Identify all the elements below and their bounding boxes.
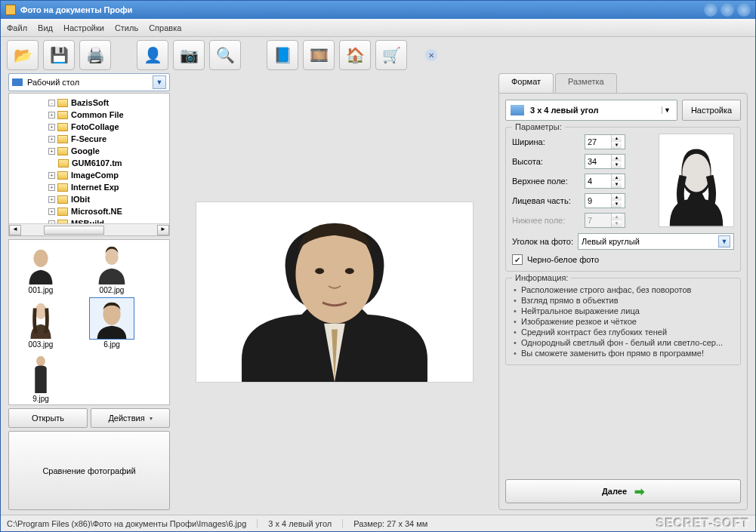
- chevron-down-icon[interactable]: ▼: [153, 75, 166, 89]
- sample-preview: [659, 134, 734, 227]
- panel-close-icon[interactable]: ✕: [425, 49, 437, 61]
- configure-button[interactable]: Настройка: [682, 100, 741, 121]
- tab-format[interactable]: Формат: [498, 73, 554, 93]
- tree-item[interactable]: -BazisSoft: [11, 97, 168, 109]
- home-icon[interactable]: 🏠: [339, 40, 371, 70]
- folder-tree[interactable]: -BazisSoft+Common File+FotoCollage+F-Sec…: [8, 93, 170, 236]
- tree-item[interactable]: +ImageComp: [11, 169, 168, 181]
- folder-icon: [57, 99, 68, 107]
- info-item: Вы сможете заменить фон прямо в программ…: [514, 348, 734, 358]
- right-panel: Формат Разметка 3 x 4 левый угол ▼ Настр…: [498, 73, 748, 510]
- open-button[interactable]: Открыть: [8, 408, 88, 428]
- folder-icon: [57, 123, 68, 131]
- thumbnail-grid: 001.jpg002.jpg003.jpg6.jpg9.jpg: [8, 239, 170, 405]
- compare-button[interactable]: Сравнение фотографий: [8, 431, 170, 510]
- svg-point-8: [344, 268, 353, 274]
- menu-style[interactable]: Стиль: [115, 23, 138, 32]
- cart-icon[interactable]: 🛒: [375, 40, 407, 70]
- watermark: SECRET-SOFT: [656, 517, 749, 530]
- svg-point-10: [682, 153, 710, 192]
- titlebar: Фото на документы Профи: [1, 1, 755, 19]
- thumbnail[interactable]: 003.jpg: [12, 297, 69, 349]
- menu-file[interactable]: Файл: [7, 23, 27, 32]
- window-title: Фото на документы Профи: [20, 5, 132, 14]
- folder-icon: [57, 183, 68, 192]
- main-photo[interactable]: [196, 201, 474, 383]
- menu-settings[interactable]: Настройки: [63, 23, 104, 32]
- svg-point-4: [36, 356, 45, 367]
- next-button[interactable]: Далее➡: [505, 479, 741, 503]
- folder-icon: [58, 159, 69, 168]
- folder-icon: [57, 171, 68, 180]
- info-item: Взгляд прямо в объектив: [514, 295, 734, 306]
- open-icon[interactable]: 📂: [7, 40, 39, 70]
- menu-help[interactable]: Справка: [149, 23, 181, 32]
- tree-item[interactable]: +IObit: [11, 193, 168, 205]
- location-combo[interactable]: Рабочий стол ▼: [8, 73, 170, 91]
- thumbnail[interactable]: 001.jpg: [12, 243, 69, 294]
- tree-item[interactable]: +Microsoft.NE: [11, 205, 168, 217]
- info-item: Средний контраст без глубоких теней: [514, 327, 734, 337]
- tree-scrollbar[interactable]: ◄►: [9, 223, 169, 235]
- close-button[interactable]: [737, 3, 751, 17]
- thumbnail[interactable]: 6.jpg: [83, 297, 140, 349]
- chevron-down-icon[interactable]: ▼: [662, 106, 672, 114]
- tree-item[interactable]: GUM6107.tm: [11, 157, 168, 169]
- retouch-icon[interactable]: 👤: [137, 40, 168, 70]
- svg-point-2: [35, 303, 46, 319]
- info-group: Информация: Расположение строго анфас, б…: [505, 278, 741, 365]
- bottom-margin-spinner: ▲▼: [585, 213, 625, 228]
- video-icon[interactable]: 🎞️: [303, 40, 335, 70]
- svg-point-7: [315, 268, 324, 274]
- corner-combo[interactable]: Левый круглый ▼: [578, 233, 734, 250]
- thumbnail[interactable]: 002.jpg: [83, 243, 140, 294]
- info-item: Расположение строго анфас, без поворотов: [514, 284, 734, 295]
- toolbar: 📂 💾 🖨️ 👤 📷 🔍 📘 🎞️ 🏠 🛒 ✕: [1, 37, 755, 73]
- info-item: Нейтральное выражение лица: [514, 306, 734, 316]
- width-spinner[interactable]: ▲▼: [585, 134, 625, 149]
- tree-item[interactable]: +Google: [11, 145, 168, 157]
- tree-item[interactable]: +FotoCollage: [11, 121, 168, 133]
- menu-view[interactable]: Вид: [38, 23, 53, 32]
- left-panel: Рабочий стол ▼ -BazisSoft+Common File+Fo…: [8, 73, 170, 510]
- height-spinner[interactable]: ▲▼: [585, 154, 625, 169]
- print-icon[interactable]: 🖨️: [79, 40, 111, 70]
- format-icon: [511, 105, 524, 115]
- folder-icon: [57, 111, 68, 119]
- bw-checkbox[interactable]: ✔: [512, 254, 523, 265]
- minimize-button[interactable]: [704, 3, 717, 17]
- folder-icon: [57, 208, 68, 216]
- svg-point-0: [33, 250, 48, 267]
- svg-point-1: [105, 249, 118, 265]
- tree-item[interactable]: +Internet Exp: [11, 181, 168, 193]
- thumbnail[interactable]: 9.jpg: [12, 352, 69, 403]
- app-icon: [5, 5, 16, 15]
- info-item: Изображение резкое и чёткое: [514, 316, 734, 327]
- folder-icon: [57, 195, 68, 204]
- folder-icon: [57, 135, 68, 143]
- save-icon[interactable]: 💾: [43, 40, 75, 70]
- face-spinner[interactable]: ▲▼: [585, 193, 625, 208]
- desktop-icon: [12, 78, 23, 86]
- preview-area: [176, 73, 492, 510]
- actions-button[interactable]: Действия: [91, 408, 170, 428]
- help-icon[interactable]: 📘: [267, 40, 298, 70]
- camera-icon[interactable]: 📷: [173, 40, 205, 70]
- format-combo[interactable]: 3 x 4 левый угол ▼: [505, 100, 677, 121]
- params-group: Параметры: Ширина: ▲▼ Высота: ▲▼ Верхнее…: [505, 127, 741, 272]
- app-window: Фото на документы Профи Файл Вид Настрой…: [0, 0, 756, 532]
- chevron-down-icon[interactable]: ▼: [718, 235, 730, 248]
- arrow-right-icon: ➡: [634, 484, 644, 499]
- tree-item[interactable]: +Common File: [11, 109, 168, 121]
- statusbar: C:\Program Files (x86)\Фото на документы…: [1, 515, 755, 531]
- location-label: Рабочий стол: [27, 78, 153, 87]
- folder-icon: [57, 147, 68, 155]
- search-icon[interactable]: 🔍: [209, 40, 241, 70]
- status-format: 3 x 4 левый угол: [257, 519, 342, 528]
- top-margin-spinner[interactable]: ▲▼: [585, 174, 625, 189]
- info-item: Однородный светлый фон - белый или светл…: [514, 337, 734, 348]
- maximize-button[interactable]: [721, 3, 734, 17]
- tree-item[interactable]: +F-Secure: [11, 133, 168, 145]
- status-size: Размер: 27 x 34 мм: [342, 519, 438, 528]
- tab-markup[interactable]: Разметка: [555, 73, 617, 93]
